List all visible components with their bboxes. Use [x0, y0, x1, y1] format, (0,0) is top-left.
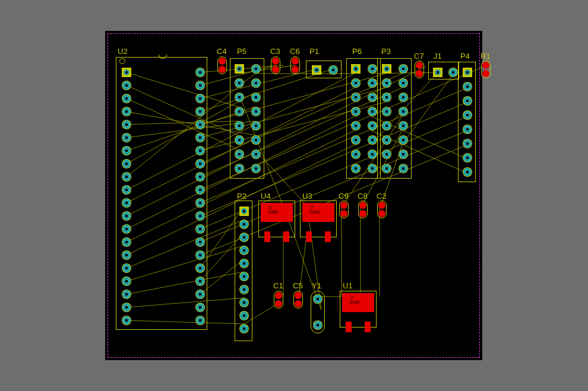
p6-pin-a7[interactable] — [351, 150, 361, 159]
u2-pin-L2[interactable] — [122, 81, 131, 90]
p3-pin-a5[interactable] — [382, 121, 391, 131]
u2-pin-R8[interactable] — [195, 159, 205, 169]
p6-pin-a3[interactable] — [351, 93, 361, 102]
cap-C8-pad1[interactable] — [359, 202, 366, 209]
p1-pin-2[interactable] — [328, 65, 338, 75]
cap-C5-pad2[interactable] — [295, 300, 302, 307]
p4-pin-6[interactable] — [463, 139, 472, 148]
u4-smd-1[interactable] — [264, 231, 270, 242]
p6-pin-b4[interactable] — [368, 107, 377, 116]
cap-C9-pad1[interactable] — [340, 202, 347, 209]
p4-pin-7[interactable] — [463, 153, 472, 163]
cap-C6-pad2[interactable] — [292, 66, 299, 73]
p5-pin-b7[interactable] — [251, 150, 261, 159]
p3-pin-a4[interactable] — [382, 107, 391, 116]
u4-smd-3[interactable] — [283, 231, 289, 242]
p2-pin-2[interactable] — [239, 220, 249, 229]
p2-pin-4[interactable] — [239, 246, 249, 255]
p3-pin-a7[interactable] — [382, 150, 391, 159]
p6-pin-b5[interactable] — [368, 121, 377, 131]
p5-pin-b4[interactable] — [251, 107, 261, 116]
p3-pin-a2[interactable] — [382, 78, 391, 88]
p5-pin-b8[interactable] — [251, 164, 261, 173]
p5-pin-b5[interactable] — [251, 121, 261, 131]
p4-pin-1[interactable] — [463, 68, 472, 77]
u3-smd-3[interactable] — [325, 231, 331, 242]
p6-pin-a8[interactable] — [351, 164, 361, 173]
p5-pin-a4[interactable] — [235, 107, 244, 116]
u4-body[interactable] — [261, 203, 293, 222]
p5-pin-b6[interactable] — [251, 135, 261, 145]
u2-pin-R11[interactable] — [195, 198, 205, 208]
p2-pin-6[interactable] — [239, 272, 249, 281]
p5-pin-a2[interactable] — [235, 78, 244, 88]
u2-pin-L7[interactable] — [122, 146, 131, 155]
cap-C4-pad2[interactable] — [219, 66, 226, 73]
u2-pin-L6[interactable] — [122, 133, 131, 142]
p2-pin-7[interactable] — [239, 285, 249, 294]
p1-pin-1[interactable] — [312, 65, 321, 75]
u2-pin-R13[interactable] — [195, 224, 205, 234]
cap-C5-pad1[interactable] — [295, 292, 302, 299]
cap-C8-pad2[interactable] — [359, 210, 366, 217]
p6-pin-b2[interactable] — [368, 78, 377, 88]
p5-pin-a6[interactable] — [235, 135, 244, 145]
p2-pin-9[interactable] — [239, 311, 249, 320]
u2-pin-L13[interactable] — [122, 224, 131, 234]
p2-pin-3[interactable] — [239, 233, 249, 242]
p6-pin-a6[interactable] — [351, 135, 361, 145]
p6-pin-b3[interactable] — [368, 93, 377, 102]
p2-pin-10[interactable] — [239, 324, 249, 333]
u2-pin-R6[interactable] — [195, 133, 205, 142]
p5-pin-b3[interactable] — [251, 93, 261, 102]
p6-pin-a4[interactable] — [351, 107, 361, 116]
cap-C2-pad2[interactable] — [378, 210, 385, 217]
u2-pin-L9[interactable] — [122, 172, 131, 182]
u2-pin-R19[interactable] — [195, 303, 205, 312]
u3-body[interactable] — [302, 203, 334, 222]
u1-smd-1[interactable] — [346, 322, 352, 332]
p3-pin-b3[interactable] — [399, 93, 408, 102]
u2-pin-L10[interactable] — [122, 185, 131, 195]
u2-pin-L12[interactable] — [122, 211, 131, 221]
cap-C4-pad1[interactable] — [219, 58, 226, 65]
p6-pin-b1[interactable] — [368, 64, 377, 74]
p5-pin-a8[interactable] — [235, 164, 244, 173]
u2-pin-L17[interactable] — [122, 276, 131, 286]
p6-pin-a2[interactable] — [351, 78, 361, 88]
u2-pin-R1[interactable] — [195, 68, 205, 77]
p3-pin-b6[interactable] — [399, 135, 408, 145]
p4-pin-5[interactable] — [463, 125, 472, 134]
cap-C3-pad1[interactable] — [272, 58, 279, 65]
cap-R1-pad1[interactable] — [482, 62, 489, 69]
y1-pin-1[interactable] — [313, 294, 323, 304]
p3-pin-b4[interactable] — [399, 107, 408, 116]
u2-pin-R2[interactable] — [195, 81, 205, 90]
p6-pin-b8[interactable] — [368, 164, 377, 173]
u2-pin-R4[interactable] — [195, 107, 205, 116]
p5-pin-a1[interactable] — [235, 64, 244, 74]
u2-pin-L18[interactable] — [122, 290, 131, 299]
p5-pin-b2[interactable] — [251, 78, 261, 88]
u2-pin-R20[interactable] — [195, 316, 205, 325]
p4-pin-2[interactable] — [463, 82, 472, 91]
y1-pin-2[interactable] — [313, 320, 323, 330]
u2-pin-L8[interactable] — [122, 159, 131, 169]
j1-pin-2[interactable] — [448, 68, 458, 77]
u2-pin-L5[interactable] — [122, 120, 131, 129]
u2-pin-R10[interactable] — [195, 185, 205, 195]
cap-C7-pad1[interactable] — [416, 62, 423, 69]
u2-pin-R15[interactable] — [195, 250, 205, 260]
u2-pin-R12[interactable] — [195, 211, 205, 221]
u2-pin-R14[interactable] — [195, 237, 205, 247]
u1-body[interactable] — [342, 293, 374, 312]
p2-pin-8[interactable] — [239, 298, 249, 307]
p4-pin-4[interactable] — [463, 110, 472, 120]
cap-C9-pad2[interactable] — [340, 210, 347, 217]
p6-pin-a5[interactable] — [351, 121, 361, 131]
pcb-board[interactable]: U2C4P5C3C6P1P6P3C7J1P4R1P2U4U3C9C8C2C1C5… — [105, 31, 482, 360]
p3-pin-a8[interactable] — [382, 164, 391, 173]
u2-pin-R9[interactable] — [195, 172, 205, 182]
u2-pin-L20[interactable] — [122, 316, 131, 325]
u2-pin-R17[interactable] — [195, 276, 205, 286]
